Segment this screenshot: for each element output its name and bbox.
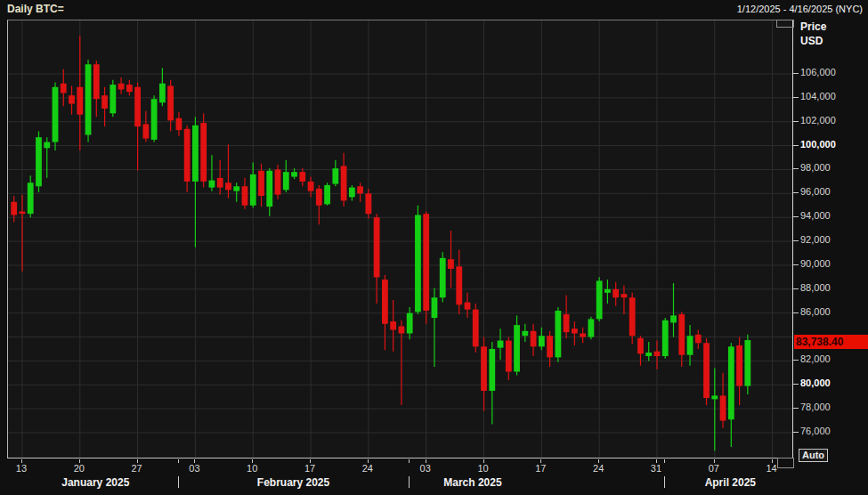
candle <box>28 183 34 214</box>
date-axis-label: 14 <box>760 463 783 474</box>
candle <box>36 137 42 186</box>
candle <box>564 314 570 332</box>
candle <box>85 64 92 134</box>
plot-corner-notch-top <box>776 20 794 28</box>
candle <box>572 329 578 333</box>
candle <box>357 186 363 193</box>
candle <box>670 315 677 322</box>
date-axis-label: 31 <box>645 463 668 474</box>
price-axis-label: 106,000 <box>800 67 836 77</box>
price-axis-tick <box>793 192 799 193</box>
candle <box>324 185 330 204</box>
candle <box>299 172 305 182</box>
month-label: April 2025 <box>668 476 792 489</box>
price-axis-tick <box>793 312 799 313</box>
auto-scale-button[interactable]: Auto <box>799 449 828 462</box>
candle <box>93 64 100 99</box>
date-range-label: 1/12/2025 - 4/16/2025 (NYC) <box>737 4 863 14</box>
candle <box>654 352 661 356</box>
candle <box>126 85 133 92</box>
candle <box>349 188 355 198</box>
candle <box>588 319 595 337</box>
candle <box>407 313 413 334</box>
candle <box>242 186 248 205</box>
candle <box>604 289 611 293</box>
candle <box>448 259 454 269</box>
date-axis-label: 17 <box>529 463 552 474</box>
candle <box>184 129 191 182</box>
candle <box>142 124 149 138</box>
candle <box>728 346 734 419</box>
candle <box>20 211 26 214</box>
month-boundary-tick <box>664 459 665 463</box>
plot-area[interactable] <box>7 20 793 458</box>
price-axis-tick <box>793 73 799 74</box>
month-boundary-tick <box>409 459 410 463</box>
candle <box>250 174 256 206</box>
candle <box>547 336 553 357</box>
month-boundary-tick <box>178 459 179 463</box>
candle <box>662 321 669 356</box>
candle <box>390 321 396 329</box>
candle <box>332 168 338 183</box>
candle <box>687 336 694 354</box>
candle <box>506 341 512 372</box>
candle <box>308 182 314 191</box>
candle <box>167 85 174 120</box>
date-axis-label: 20 <box>68 463 91 474</box>
price-axis-tick <box>793 240 799 241</box>
price-axis-label: 88,000 <box>800 282 831 293</box>
date-axis-label: 17 <box>298 463 321 474</box>
candle <box>275 169 281 194</box>
candle <box>192 126 199 182</box>
price-axis-title: Price <box>800 20 826 33</box>
price-axis-label: 94,000 <box>800 210 831 221</box>
candle <box>555 311 561 357</box>
candle <box>415 215 421 312</box>
candle <box>465 303 471 310</box>
candle <box>101 95 108 109</box>
candle <box>580 334 586 337</box>
candlestick-plot[interactable] <box>8 20 792 458</box>
price-axis-tick <box>793 216 799 217</box>
candle <box>118 84 125 90</box>
candle <box>374 217 380 277</box>
candle <box>514 325 520 371</box>
candle <box>629 297 636 336</box>
date-axis-label: 07 <box>702 463 726 474</box>
candle <box>744 340 750 386</box>
candle <box>596 280 603 319</box>
candle <box>432 297 438 318</box>
candle <box>645 353 652 356</box>
candle <box>266 171 272 207</box>
price-axis-label: 98,000 <box>800 162 831 173</box>
price-axis-tick <box>793 288 799 289</box>
candle <box>283 172 289 190</box>
candle <box>456 266 462 304</box>
last-price-badge[interactable]: 83,738.40 <box>794 335 868 349</box>
price-axis-label: 104,000 <box>800 91 836 101</box>
price-axis-label: 102,000 <box>800 115 836 126</box>
candle <box>489 349 495 391</box>
price-axis-label: 96,000 <box>800 186 831 197</box>
candle <box>176 118 183 130</box>
candle <box>110 85 116 113</box>
date-axis-label: 10 <box>472 463 495 474</box>
date-axis-label: 27 <box>126 463 149 474</box>
month-label: February 2025 <box>231 476 356 489</box>
price-axis-tick <box>793 121 799 122</box>
date-axis-label: 03 <box>414 463 437 474</box>
candle <box>209 181 215 188</box>
candle <box>258 171 264 196</box>
candle <box>423 214 429 311</box>
date-axis-label: 24 <box>356 463 379 474</box>
candle <box>703 343 710 398</box>
candle <box>678 314 685 355</box>
candle <box>621 294 628 297</box>
candle <box>531 331 537 346</box>
price-axis-tick <box>793 264 799 265</box>
candle <box>720 395 726 420</box>
candle <box>440 258 446 297</box>
candle <box>382 280 388 324</box>
candle <box>365 193 371 214</box>
